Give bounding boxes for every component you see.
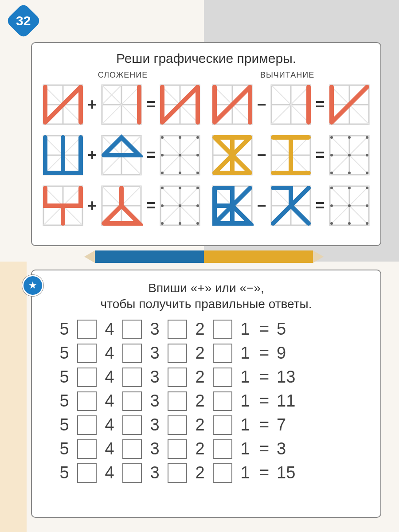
svg-point-47 [161, 136, 164, 139]
pencil-tip-left-icon [84, 250, 95, 263]
pencil-tip-right-icon [313, 250, 324, 263]
operand: 3 [148, 391, 161, 411]
operand: 1 [239, 439, 252, 458]
addition-header: СЛОЖЕНИЕ [98, 70, 148, 80]
operand: 5 [58, 344, 71, 363]
operand: 4 [103, 344, 116, 363]
svg-point-100 [196, 204, 199, 207]
operand: 3 [148, 463, 161, 482]
sign-input-box[interactable] [168, 439, 187, 459]
svg-point-53 [161, 172, 164, 174]
svg-point-122 [330, 204, 333, 207]
answer-cell[interactable] [159, 184, 201, 227]
sign-input-box[interactable] [122, 368, 142, 387]
fill-sign-card: Впиши «+» или «−», чтобы получить правил… [31, 270, 381, 518]
subtraction-example-2: − = [211, 134, 371, 176]
equals-sign: = [315, 95, 325, 114]
shape-cell [211, 184, 254, 227]
addition-example-3: + = [42, 184, 201, 227]
sign-input-box[interactable] [168, 344, 187, 363]
equals-sign: = [258, 439, 270, 458]
svg-point-127 [366, 222, 368, 225]
sign-input-box[interactable] [77, 368, 97, 387]
shape-cell [42, 134, 84, 176]
sign-input-box[interactable] [77, 463, 97, 483]
graphic-row-3: + = [42, 184, 371, 227]
equals-sign: = [145, 95, 156, 114]
equals-sign: = [258, 391, 270, 411]
card2-title-line1: Впиши «+» или «−», [148, 281, 264, 295]
sign-input-box[interactable] [213, 463, 232, 483]
sign-input-box[interactable] [77, 391, 97, 411]
sign-input-box[interactable] [122, 320, 142, 339]
svg-point-52 [196, 154, 199, 156]
plus-sign: + [87, 146, 98, 164]
sign-input-box[interactable] [168, 391, 187, 411]
operand: 2 [193, 391, 207, 411]
operand: 3 [148, 439, 161, 458]
answer-cell[interactable] [328, 184, 371, 227]
answer-value: 11 [277, 391, 300, 411]
operand: 2 [193, 344, 207, 363]
plus-sign: + [87, 95, 98, 114]
operand: 2 [193, 463, 207, 482]
sign-input-box[interactable] [122, 439, 142, 459]
operand: 1 [239, 344, 252, 363]
sign-input-box[interactable] [213, 439, 232, 459]
svg-point-79 [366, 172, 368, 174]
equals-sign: = [315, 196, 325, 215]
svg-point-121 [366, 187, 368, 189]
operand: 1 [239, 463, 252, 482]
svg-point-72 [348, 136, 351, 139]
sign-input-box[interactable] [122, 344, 142, 363]
answer-cell[interactable] [328, 134, 371, 176]
sign-input-box[interactable] [122, 415, 142, 435]
equals-sign: = [145, 146, 156, 164]
operand: 5 [58, 320, 71, 339]
operand: 4 [103, 368, 116, 387]
shape-cell [270, 83, 312, 126]
star-glyph: ★ [28, 280, 37, 291]
svg-point-125 [330, 222, 333, 225]
operand: 4 [103, 439, 116, 458]
sign-input-box[interactable] [213, 344, 232, 363]
sign-input-box[interactable] [213, 320, 232, 339]
svg-point-102 [179, 222, 181, 225]
operand: 1 [239, 320, 252, 339]
svg-point-77 [330, 172, 333, 174]
graphic-row-2: + = [42, 134, 371, 176]
svg-point-76 [366, 154, 368, 156]
operand: 5 [58, 439, 71, 458]
sign-input-box[interactable] [168, 320, 187, 339]
answer-cell[interactable] [159, 134, 201, 176]
sign-input-box[interactable] [77, 439, 97, 459]
sign-input-box[interactable] [213, 368, 232, 387]
sign-input-box[interactable] [77, 344, 97, 363]
sign-input-box[interactable] [122, 391, 142, 411]
svg-point-119 [330, 187, 333, 189]
operand: 3 [148, 368, 161, 387]
shape-cell [328, 83, 371, 126]
pencil-divider [84, 250, 324, 263]
sign-input-box[interactable] [168, 415, 187, 435]
equation-row: 54321=11 [58, 391, 367, 411]
subtraction-example-1: − = [211, 83, 371, 126]
sign-input-box[interactable] [213, 391, 232, 411]
pencil-body-blue [95, 250, 204, 263]
operand: 1 [239, 368, 252, 387]
sign-input-box[interactable] [77, 320, 97, 339]
svg-point-74 [330, 154, 333, 156]
sign-input-box[interactable] [168, 368, 187, 387]
operand: 5 [58, 463, 71, 482]
answer-value: 3 [277, 439, 300, 458]
svg-point-75 [348, 154, 351, 156]
operand: 3 [148, 415, 161, 434]
sign-input-box[interactable] [122, 463, 142, 483]
equals-sign: = [145, 196, 156, 215]
minus-sign: − [256, 146, 267, 164]
sign-input-box[interactable] [77, 415, 97, 435]
minus-sign: − [256, 196, 267, 215]
equation-row: 54321=3 [58, 439, 367, 459]
sign-input-box[interactable] [213, 415, 232, 435]
sign-input-box[interactable] [168, 463, 187, 483]
